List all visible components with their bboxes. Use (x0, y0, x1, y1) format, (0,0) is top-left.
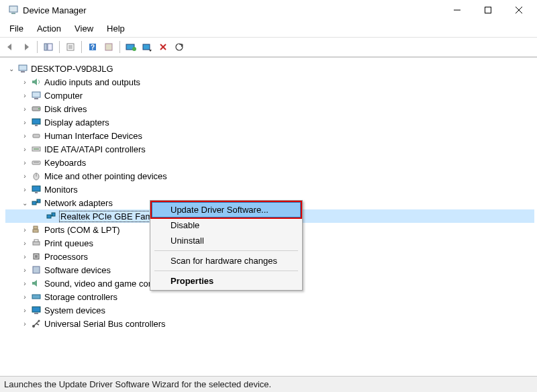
expand-icon[interactable]: › (20, 319, 30, 328)
svg-point-26 (38, 108, 40, 109)
expand-icon[interactable]: › (20, 185, 30, 194)
svg-rect-3 (485, 7, 491, 13)
network-icon (31, 197, 42, 208)
svg-rect-28 (35, 125, 38, 126)
svg-rect-37 (35, 192, 38, 193)
toolbar-uninstall-button[interactable] (156, 40, 170, 54)
svg-rect-49 (35, 255, 38, 258)
toolbar-properties-button[interactable] (63, 40, 78, 54)
toolbar-help-button[interactable]: ? (85, 40, 100, 54)
context-menu-scan[interactable]: Scan for hardware changes (152, 253, 301, 268)
tree-item-mice[interactable]: › Mice and other pointing devices (5, 169, 534, 183)
context-menu: Update Driver Software... Disable Uninst… (150, 200, 303, 291)
expand-icon[interactable]: › (20, 171, 30, 181)
expand-icon[interactable]: › (20, 158, 30, 167)
expand-icon[interactable]: › (20, 292, 30, 301)
context-menu-uninstall[interactable]: Uninstall (152, 233, 301, 248)
status-bar-text: Launches the Update Driver Software Wiza… (4, 379, 271, 389)
svg-rect-38 (32, 201, 36, 205)
svg-rect-47 (34, 240, 38, 242)
printer-icon (31, 238, 42, 248)
title-bar: Device Manager (0, 0, 537, 20)
close-button[interactable] (503, 0, 534, 20)
tree-item-ide[interactable]: › IDE ATA/ATAPI controllers (5, 142, 534, 156)
expand-icon[interactable]: › (20, 305, 30, 315)
tree-root[interactable]: ⌄ DESKTOP-V9D8JLG (5, 62, 534, 75)
svg-line-57 (36, 324, 39, 325)
tree-item-monitors[interactable]: › Monitors (5, 183, 534, 196)
expand-icon[interactable]: › (20, 104, 30, 113)
tree-root-label: DESKTOP-V9D8JLG (31, 64, 113, 74)
expand-icon[interactable]: › (20, 252, 30, 261)
computer-icon (31, 90, 42, 101)
svg-point-56 (38, 320, 40, 322)
expand-icon[interactable]: › (20, 91, 30, 100)
svg-text:?: ? (91, 44, 95, 51)
tree-item-audio[interactable]: › Audio inputs and outputs (5, 75, 534, 89)
expand-icon[interactable]: › (20, 265, 30, 275)
context-menu-separator (154, 250, 298, 251)
expand-icon[interactable]: ⌄ (7, 64, 16, 73)
svg-rect-46 (33, 242, 40, 245)
tree-item-computer[interactable]: › Computer (5, 89, 534, 102)
svg-rect-50 (33, 266, 40, 273)
tree-item-hid[interactable]: › Human Interface Devices (5, 129, 534, 142)
svg-rect-51 (32, 295, 40, 299)
ide-icon (31, 144, 42, 154)
maximize-button[interactable] (473, 0, 503, 20)
menu-view[interactable]: View (68, 21, 100, 36)
svg-rect-52 (32, 307, 40, 312)
app-icon (8, 5, 19, 15)
toolbar-icon-button[interactable] (101, 40, 116, 54)
svg-rect-44 (34, 226, 38, 229)
ports-icon (31, 224, 42, 235)
usb-icon (31, 318, 42, 329)
context-menu-properties[interactable]: Properties (152, 273, 301, 289)
svg-rect-7 (48, 44, 52, 50)
collapse-icon[interactable]: ⌄ (20, 198, 30, 207)
mouse-icon (31, 170, 42, 181)
software-icon (31, 264, 42, 275)
svg-rect-23 (32, 92, 40, 97)
toolbar-show-tree-button[interactable] (41, 40, 56, 54)
sound-icon (31, 278, 42, 289)
tree-item-disk-drives[interactable]: › Disk drives (5, 102, 534, 115)
tree-item-storage-controllers[interactable]: › Storage controllers (5, 290, 534, 303)
svg-rect-29 (33, 134, 40, 138)
tree-item-usb-controllers[interactable]: › Universal Serial Bus controllers (5, 317, 534, 330)
minimize-button[interactable] (442, 0, 473, 20)
menu-file[interactable]: File (3, 21, 30, 36)
toolbar-disable-button[interactable] (140, 40, 154, 54)
expand-icon[interactable]: › (20, 238, 30, 248)
svg-rect-21 (19, 65, 27, 70)
expand-icon[interactable]: › (20, 144, 30, 154)
menu-action[interactable]: Action (30, 21, 68, 36)
svg-rect-45 (33, 230, 38, 232)
svg-point-16 (132, 47, 136, 51)
svg-rect-6 (44, 44, 47, 50)
context-menu-update-driver[interactable]: Update Driver Software... (152, 202, 301, 217)
tree-item-display-adapters[interactable]: › Display adapters (5, 115, 534, 129)
toolbar-scan-button[interactable] (172, 40, 187, 54)
window-controls (442, 0, 534, 20)
svg-rect-53 (34, 313, 38, 314)
toolbar-separator (81, 41, 82, 53)
toolbar-forward-button[interactable] (19, 40, 34, 54)
expand-icon[interactable]: › (20, 131, 30, 140)
tree-item-system-devices[interactable]: › System devices (5, 303, 534, 317)
menu-help[interactable]: Help (100, 21, 132, 36)
svg-rect-31 (34, 148, 39, 150)
expand-icon[interactable]: › (20, 279, 30, 288)
svg-rect-14 (105, 44, 112, 50)
expand-icon[interactable]: › (20, 77, 30, 87)
toolbar-update-driver-button[interactable] (124, 40, 138, 54)
tree-item-keyboards[interactable]: › Keyboards (5, 156, 534, 169)
svg-rect-24 (34, 98, 38, 99)
expand-icon[interactable]: › (20, 117, 30, 127)
context-menu-disable[interactable]: Disable (152, 217, 301, 233)
svg-rect-17 (143, 44, 150, 50)
computer-icon (17, 63, 28, 74)
expand-icon[interactable]: › (20, 225, 30, 234)
context-menu-highlight: Update Driver Software... (150, 201, 302, 219)
toolbar-back-button[interactable] (3, 40, 17, 54)
